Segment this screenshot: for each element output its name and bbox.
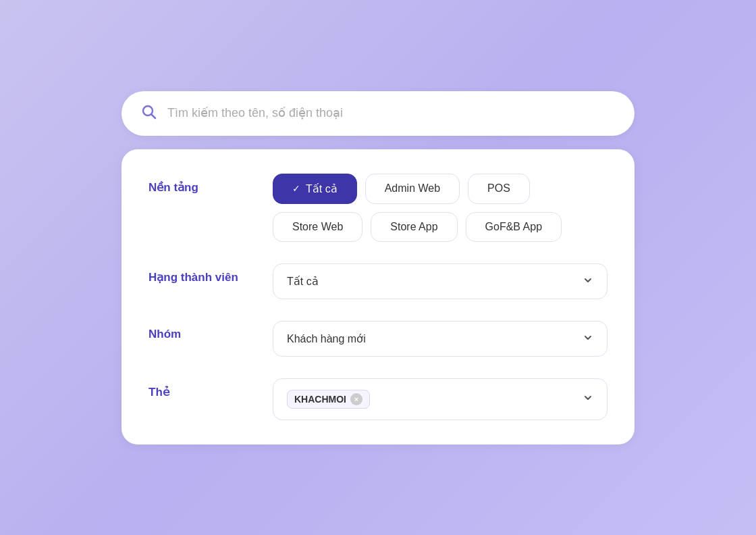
tag-controls: KHACHMOI ×	[273, 378, 608, 420]
search-input[interactable]	[167, 106, 616, 120]
tag-dropdown[interactable]: KHACHMOI ×	[273, 378, 608, 420]
membership-dropdown-arrow	[583, 275, 593, 288]
tag-item-khachmoi: KHACHMOI ×	[287, 390, 370, 409]
search-icon	[140, 103, 157, 124]
platform-btn-gofb-app[interactable]: GoF&B App	[466, 212, 562, 242]
group-dropdown[interactable]: Khách hàng mới	[273, 321, 608, 357]
platform-buttons-row-1: ✓ Tất cả Admin Web POS	[273, 174, 608, 204]
tag-filter-row: Thẻ KHACHMOI ×	[148, 378, 608, 420]
group-value: Khách hàng mới	[287, 332, 366, 345]
platform-buttons-row-2: Store Web Store App GoF&B App	[273, 212, 608, 242]
membership-value: Tất cả	[287, 275, 319, 288]
filter-card: Nền tảng ✓ Tất cả Admin Web POS	[122, 149, 634, 444]
platform-label: Nền tảng	[148, 174, 256, 195]
group-label: Nhóm	[148, 321, 256, 341]
platform-btn-store-app[interactable]: Store App	[371, 212, 457, 242]
check-icon: ✓	[292, 183, 300, 194]
membership-label: Hạng thành viên	[148, 263, 256, 284]
membership-filter-row: Hạng thành viên Tất cả	[148, 263, 608, 299]
membership-dropdown[interactable]: Tất cả	[273, 263, 608, 299]
platform-btn-admin-web[interactable]: Admin Web	[365, 174, 460, 204]
tag-label: Thẻ	[148, 378, 256, 399]
platform-btn-store-web[interactable]: Store Web	[273, 212, 362, 242]
main-container: Nền tảng ✓ Tất cả Admin Web POS	[122, 91, 634, 444]
group-controls: Khách hàng mới	[273, 321, 608, 357]
svg-line-1	[152, 114, 156, 118]
search-bar	[122, 91, 634, 136]
platform-controls: ✓ Tất cả Admin Web POS Store Web S	[273, 174, 608, 242]
membership-controls: Tất cả	[273, 263, 608, 299]
platform-filter-row: Nền tảng ✓ Tất cả Admin Web POS	[148, 174, 608, 242]
group-dropdown-arrow	[583, 332, 593, 345]
group-filter-row: Nhóm Khách hàng mới	[148, 321, 608, 357]
tag-label-khachmoi: KHACHMOI	[294, 394, 346, 405]
platform-btn-pos[interactable]: POS	[468, 174, 530, 204]
tag-container: KHACHMOI ×	[287, 390, 370, 409]
platform-btn-tat-ca[interactable]: ✓ Tất cả	[273, 174, 357, 204]
tag-dropdown-arrow	[583, 392, 593, 405]
tag-close-khachmoi[interactable]: ×	[350, 393, 362, 405]
